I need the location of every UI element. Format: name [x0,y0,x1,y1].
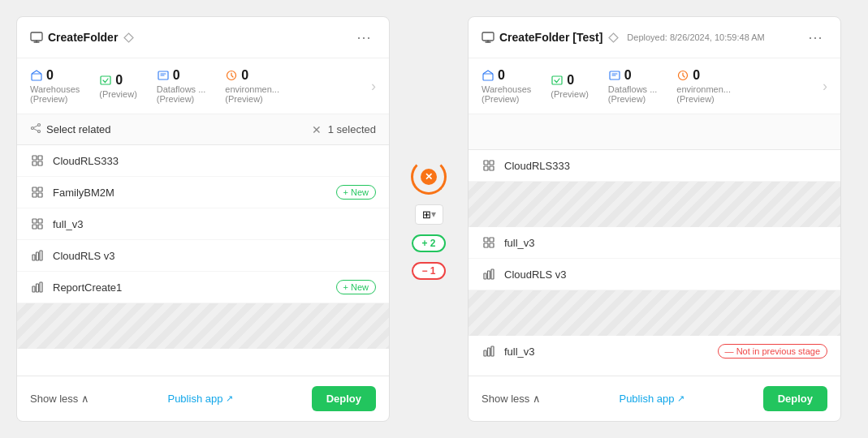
chevron-right-left[interactable]: › [371,78,376,95]
left-title-row: CreateFolder [30,31,134,44]
svg-point-5 [38,124,41,127]
stat-dataflows-left: 0 Dataflows ...(Preview) [157,68,206,104]
svg-rect-13 [38,161,42,165]
item-name-full-v3-right: full_v3 [504,237,827,249]
grid-icon [30,217,45,231]
deploy-button-right[interactable]: Deploy [763,386,827,411]
left-panel-header: CreateFolder ⋯ [17,17,389,58]
stat-preview-left: 0 (Preview) [99,73,136,99]
svg-rect-10 [32,156,37,160]
not-in-stage-badge: — Not in previous stage [718,344,827,359]
publish-app-label-right: Publish app [619,393,674,405]
svg-rect-34 [490,161,494,165]
preview-icon-left [99,74,112,87]
left-items-list: CloudRLS333 FamilyBM2M + New full_v3 Cl [17,145,389,376]
list-item: full_v3 [17,208,389,240]
right-panel-footer: Show less ∧ Publish app ↗ Deploy [469,376,840,421]
svg-rect-28 [482,32,494,41]
dataflow-icon-left [157,69,170,82]
publish-app-button-left[interactable]: Publish app ↗ [167,393,233,405]
svg-rect-21 [38,225,42,229]
svg-rect-41 [484,273,486,279]
left-more-options-button[interactable]: ⋯ [352,27,376,48]
stat-count-preview-left: 0 [115,73,123,88]
right-items-list: CloudRLS333 full_v3 CloudRLS v3 f [469,150,840,376]
svg-line-9 [34,129,38,131]
show-less-button-left[interactable]: Show less ∧ [30,393,89,405]
svg-rect-42 [488,271,490,279]
grid-icon [482,235,496,250]
warehouse-icon-right [482,69,494,82]
chevron-right-right[interactable]: › [823,78,827,95]
stat-count-warehouses-left: 0 [46,68,54,83]
spinner-x-icon: ✕ [421,169,437,185]
warehouse-icon-left [30,69,43,82]
stat-count-env-right: 0 [693,68,700,83]
striped-area-right-1 [469,182,840,227]
svg-line-8 [34,126,38,128]
right-more-options-button[interactable]: ⋯ [803,27,827,48]
bar-chart-icon [30,280,45,294]
show-less-button-right[interactable]: Show less ∧ [482,393,541,405]
list-item: CloudRLS333 [469,150,840,182]
svg-rect-29 [483,74,493,80]
list-item: FamilyBM2M + New [17,177,389,208]
bar-chart-icon [482,344,496,359]
svg-rect-23 [37,252,39,260]
deploy-button-left[interactable]: Deploy [312,386,376,411]
svg-rect-16 [32,193,37,197]
svg-rect-36 [490,166,494,170]
bar-chart-icon [30,248,45,263]
diff-mode-button[interactable]: ⊞ ▾ [415,204,443,225]
svg-rect-46 [491,346,494,356]
right-panel-header: CreateFolder [Test] Deployed: 8/26/2024,… [469,17,840,58]
diff-mode-icon: ⊞ [422,208,431,221]
list-item: CloudRLS333 [17,145,389,177]
deployed-label: Deployed: 8/26/2024, 10:59:48 AM [627,32,764,42]
svg-rect-33 [484,161,488,165]
item-name-cloudrls-v3-right: CloudRLS v3 [504,268,827,281]
item-name-familybm2m: FamilyBM2M [53,187,328,199]
env-icon-left [225,69,238,82]
svg-rect-40 [490,243,494,247]
preview-icon-right [551,74,564,87]
svg-point-7 [32,127,34,130]
svg-rect-20 [32,225,37,229]
svg-rect-37 [484,238,488,242]
item-name-full-v3-right-2: full_v3 [504,346,710,358]
selected-count: 1 selected [328,123,376,135]
diff-controls: ⊞ ▾ [415,204,443,225]
publish-app-button-right[interactable]: Publish app ↗ [619,393,684,405]
svg-rect-24 [40,251,42,260]
list-item: full_v3 [469,227,840,259]
dataflow-icon-right [608,69,621,82]
stat-warehouses-left: 0 Warehouses(Preview) [30,68,80,104]
stat-count-env-left: 0 [241,68,248,83]
svg-point-6 [38,131,41,133]
diamond-icon-left [123,32,134,43]
stat-label-dataflows-left: Dataflows ...(Preview) [157,84,206,104]
stat-label-env-left: environmen...(Preview) [225,84,279,104]
chevron-down-icon: ▾ [431,208,436,220]
svg-rect-17 [38,193,42,197]
right-empty-bar [469,114,840,150]
clear-selection-button[interactable]: ✕ [312,123,322,136]
svg-rect-25 [32,286,35,292]
external-link-icon-right: ↗ [677,393,684,404]
svg-rect-19 [38,219,42,223]
select-related-bar: Select related ✕ 1 selected [17,114,389,145]
stat-label-preview-right: (Preview) [551,89,588,99]
removals-badge: − 1 [412,262,445,280]
svg-rect-26 [37,284,39,292]
item-name-full-v3-left: full_v3 [53,218,376,230]
additions-badge: + 2 [412,234,445,252]
list-item: ReportCreate1 + New [17,272,389,303]
svg-rect-12 [32,161,37,165]
env-icon-right [676,69,689,82]
left-panel: CreateFolder ⋯ 0 Warehouses(Preview) [16,16,390,422]
stat-env-left: 0 environmen...(Preview) [225,68,279,104]
grid-icon [30,153,45,168]
new-badge-reportcreate1: + New [336,280,376,294]
svg-rect-15 [38,187,42,191]
svg-rect-0 [31,32,42,41]
